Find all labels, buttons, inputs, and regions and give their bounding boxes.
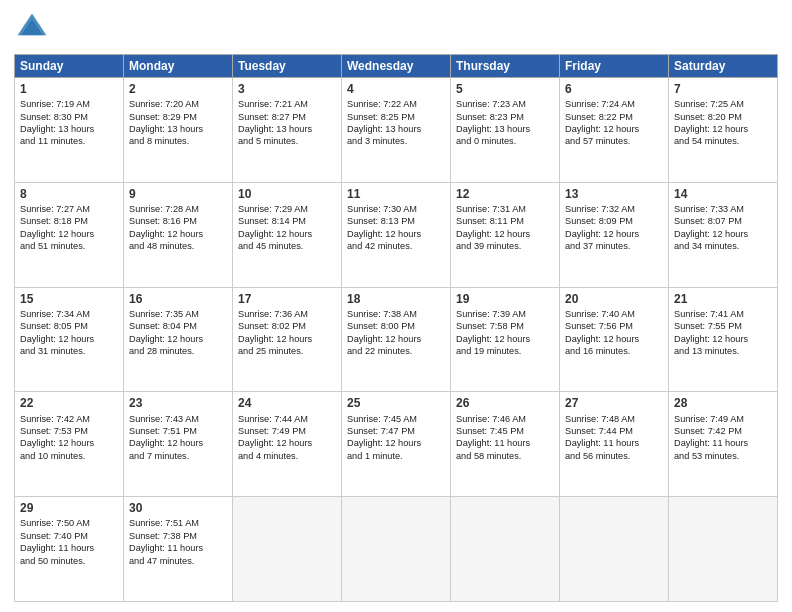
day-number: 13 xyxy=(565,186,663,202)
table-cell: 24Sunrise: 7:44 AMSunset: 7:49 PMDayligh… xyxy=(233,392,342,497)
day-number: 14 xyxy=(674,186,772,202)
table-cell: 28Sunrise: 7:49 AMSunset: 7:42 PMDayligh… xyxy=(669,392,778,497)
cell-info: Sunrise: 7:30 AMSunset: 8:13 PMDaylight:… xyxy=(347,203,445,253)
table-cell: 17Sunrise: 7:36 AMSunset: 8:02 PMDayligh… xyxy=(233,287,342,392)
day-number: 21 xyxy=(674,291,772,307)
cell-info: Sunrise: 7:38 AMSunset: 8:00 PMDaylight:… xyxy=(347,308,445,358)
table-cell: 7Sunrise: 7:25 AMSunset: 8:20 PMDaylight… xyxy=(669,78,778,183)
cell-info: Sunrise: 7:19 AMSunset: 8:30 PMDaylight:… xyxy=(20,98,118,148)
day-number: 18 xyxy=(347,291,445,307)
day-number: 8 xyxy=(20,186,118,202)
header xyxy=(14,10,778,46)
day-number: 27 xyxy=(565,395,663,411)
cell-info: Sunrise: 7:46 AMSunset: 7:45 PMDaylight:… xyxy=(456,413,554,463)
cell-info: Sunrise: 7:20 AMSunset: 8:29 PMDaylight:… xyxy=(129,98,227,148)
day-number: 7 xyxy=(674,81,772,97)
cell-info: Sunrise: 7:36 AMSunset: 8:02 PMDaylight:… xyxy=(238,308,336,358)
cell-info: Sunrise: 7:31 AMSunset: 8:11 PMDaylight:… xyxy=(456,203,554,253)
day-number: 16 xyxy=(129,291,227,307)
cell-info: Sunrise: 7:41 AMSunset: 7:55 PMDaylight:… xyxy=(674,308,772,358)
table-cell: 1Sunrise: 7:19 AMSunset: 8:30 PMDaylight… xyxy=(15,78,124,183)
cell-info: Sunrise: 7:32 AMSunset: 8:09 PMDaylight:… xyxy=(565,203,663,253)
table-cell: 14Sunrise: 7:33 AMSunset: 8:07 PMDayligh… xyxy=(669,182,778,287)
day-number: 4 xyxy=(347,81,445,97)
table-cell: 8Sunrise: 7:27 AMSunset: 8:18 PMDaylight… xyxy=(15,182,124,287)
col-sunday: Sunday xyxy=(15,55,124,78)
col-friday: Friday xyxy=(560,55,669,78)
table-cell xyxy=(233,497,342,602)
cell-info: Sunrise: 7:22 AMSunset: 8:25 PMDaylight:… xyxy=(347,98,445,148)
cell-info: Sunrise: 7:34 AMSunset: 8:05 PMDaylight:… xyxy=(20,308,118,358)
calendar-header-row: Sunday Monday Tuesday Wednesday Thursday… xyxy=(15,55,778,78)
table-cell: 27Sunrise: 7:48 AMSunset: 7:44 PMDayligh… xyxy=(560,392,669,497)
cell-info: Sunrise: 7:33 AMSunset: 8:07 PMDaylight:… xyxy=(674,203,772,253)
day-number: 23 xyxy=(129,395,227,411)
day-number: 3 xyxy=(238,81,336,97)
day-number: 22 xyxy=(20,395,118,411)
cell-info: Sunrise: 7:50 AMSunset: 7:40 PMDaylight:… xyxy=(20,517,118,567)
col-thursday: Thursday xyxy=(451,55,560,78)
table-cell: 9Sunrise: 7:28 AMSunset: 8:16 PMDaylight… xyxy=(124,182,233,287)
day-number: 26 xyxy=(456,395,554,411)
table-cell: 30Sunrise: 7:51 AMSunset: 7:38 PMDayligh… xyxy=(124,497,233,602)
table-cell: 10Sunrise: 7:29 AMSunset: 8:14 PMDayligh… xyxy=(233,182,342,287)
table-cell: 13Sunrise: 7:32 AMSunset: 8:09 PMDayligh… xyxy=(560,182,669,287)
col-saturday: Saturday xyxy=(669,55,778,78)
calendar-row: 29Sunrise: 7:50 AMSunset: 7:40 PMDayligh… xyxy=(15,497,778,602)
table-cell: 5Sunrise: 7:23 AMSunset: 8:23 PMDaylight… xyxy=(451,78,560,183)
cell-info: Sunrise: 7:45 AMSunset: 7:47 PMDaylight:… xyxy=(347,413,445,463)
day-number: 6 xyxy=(565,81,663,97)
calendar-row: 15Sunrise: 7:34 AMSunset: 8:05 PMDayligh… xyxy=(15,287,778,392)
table-cell: 23Sunrise: 7:43 AMSunset: 7:51 PMDayligh… xyxy=(124,392,233,497)
day-number: 29 xyxy=(20,500,118,516)
day-number: 5 xyxy=(456,81,554,97)
day-number: 20 xyxy=(565,291,663,307)
calendar-row: 22Sunrise: 7:42 AMSunset: 7:53 PMDayligh… xyxy=(15,392,778,497)
col-monday: Monday xyxy=(124,55,233,78)
cell-info: Sunrise: 7:48 AMSunset: 7:44 PMDaylight:… xyxy=(565,413,663,463)
page: Sunday Monday Tuesday Wednesday Thursday… xyxy=(0,0,792,612)
cell-info: Sunrise: 7:27 AMSunset: 8:18 PMDaylight:… xyxy=(20,203,118,253)
day-number: 25 xyxy=(347,395,445,411)
day-number: 19 xyxy=(456,291,554,307)
cell-info: Sunrise: 7:24 AMSunset: 8:22 PMDaylight:… xyxy=(565,98,663,148)
day-number: 10 xyxy=(238,186,336,202)
table-cell: 6Sunrise: 7:24 AMSunset: 8:22 PMDaylight… xyxy=(560,78,669,183)
table-cell: 26Sunrise: 7:46 AMSunset: 7:45 PMDayligh… xyxy=(451,392,560,497)
day-number: 28 xyxy=(674,395,772,411)
table-cell: 2Sunrise: 7:20 AMSunset: 8:29 PMDaylight… xyxy=(124,78,233,183)
table-cell xyxy=(451,497,560,602)
table-cell: 20Sunrise: 7:40 AMSunset: 7:56 PMDayligh… xyxy=(560,287,669,392)
cell-info: Sunrise: 7:40 AMSunset: 7:56 PMDaylight:… xyxy=(565,308,663,358)
cell-info: Sunrise: 7:25 AMSunset: 8:20 PMDaylight:… xyxy=(674,98,772,148)
calendar-table: Sunday Monday Tuesday Wednesday Thursday… xyxy=(14,54,778,602)
day-number: 11 xyxy=(347,186,445,202)
logo xyxy=(14,10,52,46)
day-number: 30 xyxy=(129,500,227,516)
cell-info: Sunrise: 7:35 AMSunset: 8:04 PMDaylight:… xyxy=(129,308,227,358)
day-number: 1 xyxy=(20,81,118,97)
table-cell: 21Sunrise: 7:41 AMSunset: 7:55 PMDayligh… xyxy=(669,287,778,392)
day-number: 17 xyxy=(238,291,336,307)
day-number: 24 xyxy=(238,395,336,411)
table-cell: 25Sunrise: 7:45 AMSunset: 7:47 PMDayligh… xyxy=(342,392,451,497)
cell-info: Sunrise: 7:23 AMSunset: 8:23 PMDaylight:… xyxy=(456,98,554,148)
cell-info: Sunrise: 7:49 AMSunset: 7:42 PMDaylight:… xyxy=(674,413,772,463)
table-cell: 18Sunrise: 7:38 AMSunset: 8:00 PMDayligh… xyxy=(342,287,451,392)
cell-info: Sunrise: 7:44 AMSunset: 7:49 PMDaylight:… xyxy=(238,413,336,463)
day-number: 15 xyxy=(20,291,118,307)
calendar-row: 8Sunrise: 7:27 AMSunset: 8:18 PMDaylight… xyxy=(15,182,778,287)
table-cell: 3Sunrise: 7:21 AMSunset: 8:27 PMDaylight… xyxy=(233,78,342,183)
day-number: 12 xyxy=(456,186,554,202)
cell-info: Sunrise: 7:43 AMSunset: 7:51 PMDaylight:… xyxy=(129,413,227,463)
col-wednesday: Wednesday xyxy=(342,55,451,78)
logo-icon xyxy=(14,10,50,46)
day-number: 9 xyxy=(129,186,227,202)
cell-info: Sunrise: 7:29 AMSunset: 8:14 PMDaylight:… xyxy=(238,203,336,253)
cell-info: Sunrise: 7:39 AMSunset: 7:58 PMDaylight:… xyxy=(456,308,554,358)
col-tuesday: Tuesday xyxy=(233,55,342,78)
table-cell: 19Sunrise: 7:39 AMSunset: 7:58 PMDayligh… xyxy=(451,287,560,392)
table-cell xyxy=(560,497,669,602)
table-cell: 29Sunrise: 7:50 AMSunset: 7:40 PMDayligh… xyxy=(15,497,124,602)
cell-info: Sunrise: 7:42 AMSunset: 7:53 PMDaylight:… xyxy=(20,413,118,463)
